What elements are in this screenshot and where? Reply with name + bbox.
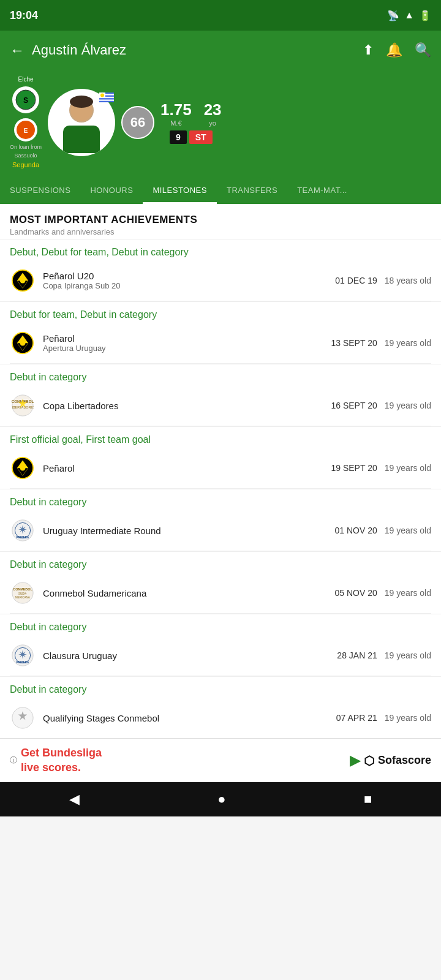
- entry-age-2: 19 years old: [385, 338, 431, 348]
- bell-icon[interactable]: 🔔: [386, 42, 402, 58]
- back-nav-button[interactable]: ◀: [69, 791, 80, 807]
- milestone-title-2: Debut for team, Debut in category: [10, 309, 431, 320]
- svg-rect-11: [99, 98, 114, 99]
- svg-text:CONMEBOL: CONMEBOL: [13, 587, 32, 591]
- penarol-logo-2: [10, 455, 36, 481]
- penarol-u20-logo: [10, 268, 36, 293]
- loan-text: On loan from: [10, 144, 42, 150]
- section-title: MOST IMPORTANT ACHIEVEMENTS: [10, 214, 431, 226]
- sassuolo-logo: S: [12, 86, 39, 113]
- milestone-title-6: Debut in category: [10, 559, 431, 570]
- sofascore-brand: ▶ ⬡ Sofascore: [350, 753, 431, 769]
- search-icon[interactable]: 🔍: [415, 42, 431, 58]
- header: ← Agustín Álvarez ⬆ 🔔 🔍: [0, 31, 441, 70]
- svg-point-14: [100, 93, 104, 97]
- milestone-group-8: Debut in category Qualifying Stages Conm…: [0, 676, 441, 738]
- entry-team-7: Clausura Uruguay: [43, 650, 330, 661]
- entry-age-1: 18 years old: [385, 276, 431, 285]
- tab-milestones[interactable]: MILESTONES: [143, 178, 217, 204]
- ad-line-1: Get Bundesliga: [21, 746, 102, 760]
- section-header: MOST IMPORTANT ACHIEVEMENTS Landmarks an…: [0, 204, 441, 239]
- stats-row: 1.75 M.€ 23 yo: [160, 100, 222, 127]
- milestone-title-1: Debut, Debut for team, Debut in category: [10, 247, 431, 258]
- status-icons: 📡 ▲ 🔋: [387, 10, 431, 21]
- milestone-entry-4: Peñarol 19 SEPT 20 19 years old: [10, 450, 431, 486]
- team-name: Elche: [18, 76, 34, 83]
- milestone-title-5: Debut in category: [10, 497, 431, 508]
- svg-text:E: E: [24, 127, 28, 134]
- sofascore-logo-icon: ⬡: [364, 753, 374, 768]
- milestone-group-5: Debut in category PRIMERA Uruguay Interm…: [0, 489, 441, 551]
- svg-point-23: [20, 466, 26, 471]
- entry-age-5: 19 years old: [385, 526, 431, 535]
- entry-age-8: 19 years old: [385, 713, 431, 723]
- number-badge: 9: [170, 130, 187, 144]
- header-actions: ⬆ 🔔 🔍: [363, 42, 431, 58]
- svg-text:MERICANA: MERICANA: [15, 596, 30, 599]
- milestone-entry-7: PRIMERA Clausura Uruguay 28 JAN 21 19 ye…: [10, 638, 431, 673]
- player-stats: 1.75 M.€ 23 yo 9 ST: [160, 100, 222, 144]
- home-nav-button[interactable]: ●: [217, 791, 225, 807]
- svg-text:PRIMERA: PRIMERA: [17, 536, 30, 539]
- ad-banner[interactable]: ⓘ Get Bundesliga live scores. ▶ ⬡ Sofasc…: [0, 738, 441, 782]
- ad-text: Get Bundesliga live scores.: [21, 746, 102, 775]
- status-bar: 19:04 📡 ▲ 🔋: [0, 0, 441, 31]
- svg-point-16: [20, 278, 26, 284]
- section-subtitle: Landmarks and anniversaries: [10, 227, 431, 236]
- milestone-group-4: First official goal, First team goal Peñ…: [0, 426, 441, 488]
- milestone-entry-2: Peñarol Apertura Uruguay 13 SEPT 20 19 y…: [10, 325, 431, 361]
- tab-honours[interactable]: HONOURS: [80, 178, 143, 204]
- entry-info-4: Peñarol: [43, 463, 323, 473]
- entry-age-7: 19 years old: [385, 650, 431, 660]
- penarol-logo: [10, 330, 36, 356]
- entry-date-1: 01 DEC 19: [335, 276, 377, 285]
- svg-text:S: S: [23, 96, 28, 105]
- entry-team-2: Peñarol: [43, 333, 323, 344]
- tab-suspensions[interactable]: SUSPENSIONS: [0, 178, 80, 204]
- svg-rect-5: [63, 126, 100, 153]
- entry-date-4: 19 SEPT 20: [331, 463, 377, 473]
- milestone-title-8: Debut in category: [10, 684, 431, 695]
- tab-teammates[interactable]: TEAM-MAT...: [287, 178, 357, 204]
- entry-team-8: Qualifying Stages Conmebol: [43, 713, 329, 723]
- cast-icon: 📡: [387, 10, 399, 21]
- uruguay-flag: [99, 92, 114, 105]
- entry-date-6: 05 NOV 20: [334, 588, 377, 598]
- entry-info-5: Uruguay Intermediate Round: [43, 526, 327, 536]
- recents-nav-button[interactable]: ■: [364, 791, 372, 807]
- milestone-group-3: Debut in category CONMEBOL LIBERTADORES …: [0, 364, 441, 426]
- clausura-logo: PRIMERA: [10, 643, 36, 668]
- entry-age-3: 19 years old: [385, 401, 431, 410]
- svg-rect-12: [99, 100, 114, 102]
- entry-info-2: Peñarol Apertura Uruguay: [43, 333, 323, 353]
- milestone-group-2: Debut for team, Debut in category Peñaro…: [0, 301, 441, 363]
- milestone-entry-8: Qualifying Stages Conmebol 07 APR 21 19 …: [10, 700, 431, 736]
- age-stat: 23 yo: [204, 100, 222, 127]
- milestone-entry-3: CONMEBOL LIBERTADORES Copa Libertadores …: [10, 388, 431, 423]
- rating-badge: 66: [121, 106, 154, 139]
- player-info-section: Elche S E On loan from Sassuolo Segunda: [0, 70, 441, 178]
- entry-info-7: Clausura Uruguay: [43, 650, 330, 661]
- svg-point-18: [20, 341, 26, 346]
- back-button[interactable]: ←: [10, 42, 24, 59]
- entry-date-3: 16 SEPT 20: [331, 401, 377, 410]
- uruguay-primera-logo: PRIMERA: [10, 518, 36, 543]
- player-avatar-container: [48, 89, 115, 156]
- share-icon[interactable]: ⬆: [363, 42, 374, 58]
- entry-info-1: Peñarol U20 Copa Ipiranga Sub 20: [43, 271, 328, 290]
- content-area: MOST IMPORTANT ACHIEVEMENTS Landmarks an…: [0, 204, 441, 738]
- entry-competition-2: Apertura Uruguay: [43, 344, 323, 353]
- entry-date-5: 01 NOV 20: [334, 526, 377, 535]
- svg-point-7: [70, 96, 93, 108]
- entry-date-7: 28 JAN 21: [337, 650, 377, 660]
- entry-age-4: 19 years old: [385, 463, 431, 473]
- entry-info-8: Qualifying Stages Conmebol: [43, 713, 329, 723]
- position-row: 9 ST: [170, 130, 213, 144]
- conmebol-logo: [10, 705, 36, 731]
- milestone-title-7: Debut in category: [10, 622, 431, 633]
- milestone-entry-5: PRIMERA Uruguay Intermediate Round 01 NO…: [10, 513, 431, 548]
- milestone-group-7: Debut in category PRIMERA Clausura Urugu…: [0, 614, 441, 676]
- entry-competition-1: Copa Ipiranga Sub 20: [43, 281, 328, 290]
- tab-transfers[interactable]: TRANSFERS: [217, 178, 287, 204]
- wifi-icon: ▲: [404, 10, 414, 21]
